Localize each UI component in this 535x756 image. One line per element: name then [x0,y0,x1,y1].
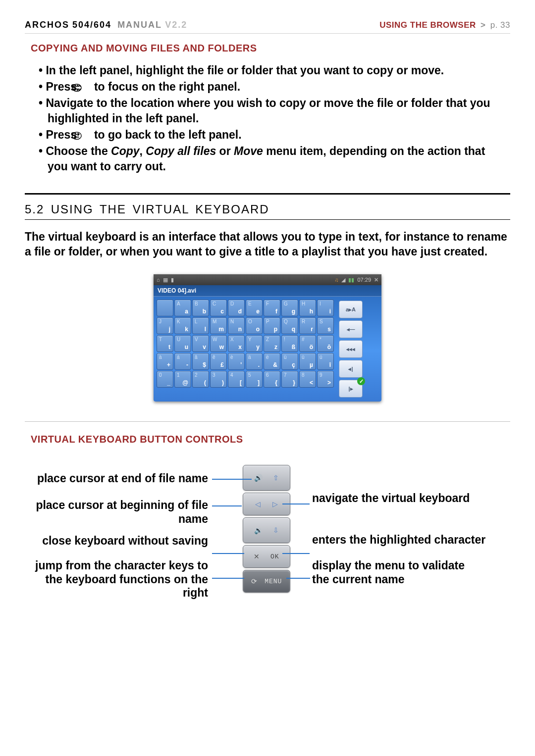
vk-key: Ff [264,300,280,316]
vk-key: Mm [210,317,227,334]
menu-item-name: Move [234,145,263,157]
manual-word: MANUAL [117,20,162,30]
sub-heading-copying: COPYING AND MOVING FILES AND FOLDERS [31,43,510,54]
sub-heading-controls: VIRTUAL KEYBOARD BUTTON CONTROLS [31,434,510,445]
swap-icon [80,81,91,91]
vk-side-buttons: a▸A◂—◂◂◂◂||▸✓ [339,300,363,398]
leader-line [212,553,244,554]
vk-key: Zz [264,335,280,352]
vk-key: 5] [246,371,263,388]
leader-line [212,578,244,579]
bullet-text: to focus on the right panel. [91,80,241,93]
vk-key: Nn [228,317,245,334]
ctrl-label-close-without-saving: close keyboard without saving [25,534,208,548]
vk-key: 3) [210,371,227,388]
vk-key: Ww [210,335,227,352]
ctrl-label-jump-to-functions: jump from the character keys to the keyb… [25,559,208,600]
vk-key: Jj [157,317,173,334]
vk-key: úî [317,353,334,370]
dev-up-button: 🔊 ⇧ [243,465,290,491]
clock: 07:29 [357,277,371,283]
vk-key: ê£ [210,353,227,370]
check-icon: ✓ [357,377,365,385]
vk-key: Hh [299,300,316,316]
vk-key: Oo [246,317,263,334]
bullet-item: In the left panel, highlight the file or… [39,63,505,78]
controls-diagram: 🔊 ⇧ ◁ ▷ 🔉 ⇩ ✕ OK ⟳ MENU place cursor at … [25,465,510,623]
home-icon: ⌂ [157,277,160,283]
leader-line [286,578,310,579]
menu-item-name: Copy [111,145,140,157]
right-arrow-icon: ▷ [272,500,278,508]
vk-key: Pp [264,317,280,334]
bullet-text: Navigate to the location where you wish … [46,97,490,125]
vk-key: 0_ [157,371,173,388]
bullet-item: Press to go back to the left panel. [39,127,505,143]
dev-menu-button: ⟳ MENU [243,570,290,593]
vol-down-icon: 🔉 [254,526,263,534]
left-arrow-icon: ◁ [255,500,261,508]
vk-key: 1@ [174,371,191,388]
down-arrow-icon: ⇩ [273,526,279,534]
device-buttons: 🔊 ⇧ ◁ ▷ 🔉 ⇩ ✕ OK ⟳ MENU [243,465,290,595]
thin-rule: VIRTUAL KEYBOARD BUTTON CONTROLS [25,421,510,445]
bullet-item: Choose the Copy, Copy all files or Move … [39,144,505,174]
vk-key: 6{ [264,371,280,388]
dev-down-button: 🔉 ⇩ [243,517,290,543]
vk-key: Bb [192,300,209,316]
vk-key: Aa [174,300,191,316]
bullet-text: to go back to the left panel. [91,128,242,141]
bullet-list: In the left panel, highlight the file or… [25,63,510,174]
grid-icon: ▦ [163,277,168,283]
vk-side-button: ◂| [339,360,363,378]
menu-item-name: Copy all files [146,145,216,157]
bullet-text: Choose the [46,145,111,157]
vk-key: Ee [246,300,263,316]
ctrl-label-beginning-of-name: place cursor at beginning of file name [25,499,208,526]
vk-key: 7} [281,371,298,388]
virtual-keyboard-screen: ⌂ ▦ ▮ ♫ ◢ ▮▮ 07:29 ✕ VIDEO 04].avi AaBbC… [154,274,381,402]
battery-level-icon: ▮▮ [348,277,354,283]
vk-key: Dd [228,300,245,316]
bullet-item: Press to focus on the right panel. [39,79,505,95]
vk-key: ë& [264,353,280,370]
svg-point-0 [72,84,81,92]
leader-line [212,479,252,480]
section-number: 5.2 [25,202,44,216]
leader-line [212,505,242,506]
chevron-icon: > [481,20,485,30]
vk-key: üç [281,353,298,370]
intro-paragraph: The virtual keyboard is an interface tha… [25,230,510,259]
vk-key: á- [174,353,191,370]
menu-label: MENU [265,578,282,585]
dev-ok-button: ✕ OK [243,545,290,568]
ctrl-label-navigate: navigate the virtual keyboard [312,492,490,505]
close-icon: ✕ [374,277,378,283]
bullet-item: Navigate to the location where you wish … [39,96,505,126]
up-arrow-icon: ⇧ [273,474,279,482]
vk-key: Uu [174,335,191,352]
vk-side-button: a▸A [339,301,363,318]
vk-key: 8< [299,371,316,388]
vk-key: Vv [192,335,209,352]
swap-small-icon: ⟳ [251,577,257,585]
x-icon: ✕ [254,553,260,560]
leader-line [282,553,310,554]
vk-key: â$ [192,353,209,370]
header-section: USING THE BROWSER [379,20,476,30]
signal-icon: ◢ [341,277,345,283]
vk-key: Ll [192,317,209,334]
model: 504/604 [72,20,111,30]
headphone-icon: ♫ [334,277,338,283]
vk-key: #ö [299,335,316,352]
ctrl-label-display-menu: display the menu to validate the current… [312,559,481,586]
vk-key: à+ [157,353,173,370]
vk-key: Kk [174,317,191,334]
page-header: ARCHOS 504/604 MANUAL V2.2 USING THE BRO… [25,20,510,34]
page-number: p. 33 [490,20,510,30]
header-left: ARCHOS 504/604 MANUAL V2.2 [25,20,187,30]
leader-line [282,504,310,504]
version: V2.2 [165,20,187,30]
vk-key: !ß [281,335,298,352]
vk-key: ùµ [299,353,316,370]
